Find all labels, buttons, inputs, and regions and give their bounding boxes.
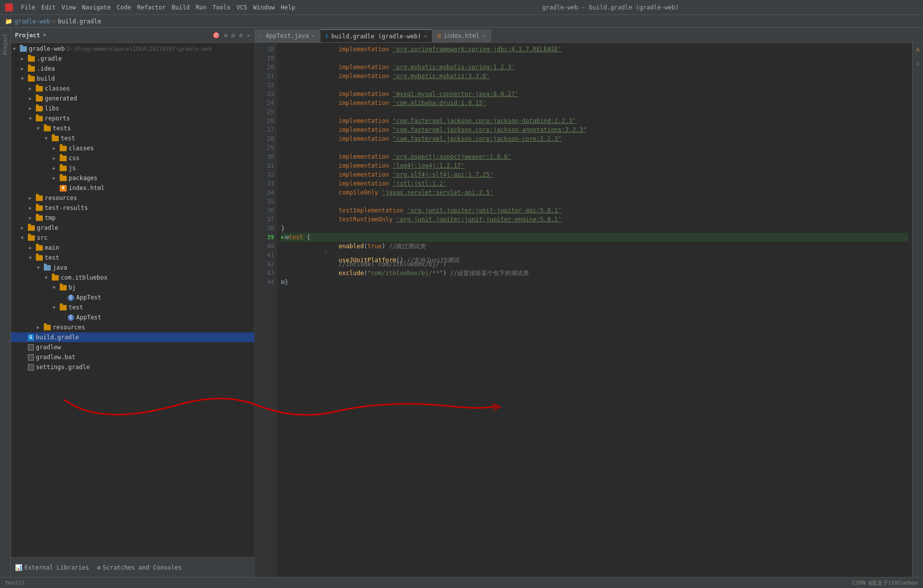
menu-code[interactable]: Code bbox=[117, 4, 131, 11]
breadcrumb-project[interactable]: gradle-web bbox=[14, 18, 50, 25]
menu-refactor[interactable]: Refactor bbox=[137, 4, 166, 11]
tab-apptest[interactable]: ☕ AppTest.java ✕ bbox=[255, 29, 320, 42]
main-area: Project Project ▼ 🎯 ≡ ⊟ ⚙ ✕ ▼ gradle-web… bbox=[0, 28, 923, 577]
tree-item-apptest-bj[interactable]: ▶ C AppTest bbox=[11, 293, 254, 302]
tree-item-test-results[interactable]: ▶ test-results bbox=[11, 203, 254, 213]
tree-item-gradlew[interactable]: ▶ gradlew bbox=[11, 342, 254, 352]
line-numbers: 18 19 20 21 22 23 24 25 26 27 28 29 30 3… bbox=[255, 43, 277, 577]
tree-item-css[interactable]: ▶ css bbox=[11, 153, 254, 163]
tree-item-js[interactable]: ▶ js bbox=[11, 163, 254, 173]
menu-edit[interactable]: Edit bbox=[41, 4, 56, 11]
status-bar: test{) CSDN @蓝盒子itbluebox bbox=[0, 577, 923, 588]
menu-run[interactable]: Run bbox=[196, 4, 206, 11]
editor-content: 18 19 20 21 22 23 24 25 26 27 28 29 30 3… bbox=[255, 43, 923, 577]
tree-item-generated[interactable]: ▶ generated bbox=[11, 94, 254, 103]
tree-item-apptest-test[interactable]: ▶ C AppTest bbox=[11, 312, 254, 322]
tree-item-dotidea[interactable]: ▶ .idea bbox=[11, 64, 254, 74]
tree-item-index-html[interactable]: ▶ H index.html bbox=[11, 183, 254, 193]
tab-apptest-close[interactable]: ✕ bbox=[312, 33, 315, 39]
tree-item-gradlew-bat[interactable]: ▶ gradlew.bat bbox=[11, 352, 254, 362]
tree-item-test-reports[interactable]: ▼ test bbox=[11, 133, 254, 143]
tab-build-gradle-close[interactable]: ✕ bbox=[424, 33, 427, 39]
tree-item-packages[interactable]: ▶ packages bbox=[11, 173, 254, 183]
right-gutter: ⚠ ↕ bbox=[912, 43, 923, 577]
tree-item-gradle-web[interactable]: ▼ gradle-web D:\ProgramWorkSpace\IDEA\20… bbox=[11, 44, 254, 54]
external-libraries-label: External Libraries bbox=[24, 564, 89, 571]
tree-item-main[interactable]: ▶ main bbox=[11, 243, 254, 253]
tree-item-tests[interactable]: ▼ tests bbox=[11, 123, 254, 133]
tree-item-resources-build[interactable]: ▶ resources bbox=[11, 193, 254, 203]
collapse-icon[interactable]: ≡ bbox=[224, 32, 227, 39]
panel-bottom: 📊 External Libraries ⚙ Scratches and Con… bbox=[11, 557, 254, 577]
tree-item-com-itbluebox[interactable]: ▼ com.itbluebox bbox=[11, 273, 254, 283]
breadcrumb-icon: 📁 bbox=[5, 18, 12, 25]
code-line-43: exclude("com/itbluebox/bj/**") //设置排除某个包… bbox=[281, 269, 908, 278]
menu-view[interactable]: View bbox=[62, 4, 76, 11]
tree-item-build-gradle[interactable]: ▶ G build.gradle bbox=[11, 332, 254, 342]
scratches-consoles-item[interactable]: ⚙ Scratches and Consoles bbox=[97, 564, 182, 571]
warning-gutter-icon: ⚠ bbox=[916, 45, 920, 53]
menu-tools[interactable]: Tools bbox=[212, 4, 230, 11]
project-panel: Project ▼ 🎯 ≡ ⊟ ⚙ ✕ ▼ gradle-web D:\Prog… bbox=[11, 28, 255, 577]
project-panel-label[interactable]: Project bbox=[2, 34, 8, 55]
breadcrumb-file[interactable]: build.gradle bbox=[58, 18, 101, 25]
diff-icon: ↕ bbox=[916, 61, 919, 66]
app-icon bbox=[5, 3, 13, 11]
close-panel-icon[interactable]: ✕ bbox=[247, 32, 250, 39]
gradle-tab-icon: G bbox=[325, 33, 328, 39]
code-area[interactable]: implementation 'org.springframework:spri… bbox=[277, 43, 912, 577]
code-line-24: implementation 'com.alibaba:druid:1.0.15… bbox=[281, 98, 908, 107]
tree-item-src[interactable]: ▼ src bbox=[11, 233, 254, 243]
project-header-title: Project bbox=[15, 32, 40, 39]
tree-item-java[interactable]: ▼ java bbox=[11, 263, 254, 273]
tree-item-classes1[interactable]: ▶ classes bbox=[11, 84, 254, 94]
tree-item-libs[interactable]: ▶ libs bbox=[11, 103, 254, 113]
java-tab-icon: ☕ bbox=[260, 33, 263, 39]
code-line-38: } bbox=[281, 224, 908, 233]
tab-build-gradle[interactable]: G build.gradle (gradle-web) ✕ bbox=[320, 29, 433, 42]
window-title: gradle-web - build.gradle (gradle-web) bbox=[303, 4, 918, 11]
chart-icon: 📊 bbox=[15, 564, 22, 571]
settings-icon[interactable]: ⚙ bbox=[239, 32, 243, 39]
tab-apptest-label: AppTest.java bbox=[266, 32, 309, 39]
tree-item-tmp[interactable]: ▶ tmp bbox=[11, 213, 254, 223]
tree-item-bj[interactable]: ▼ bj bbox=[11, 283, 254, 293]
editor-tabs: ☕ AppTest.java ✕ G build.gradle (gradle-… bbox=[255, 28, 923, 43]
tree-item-gradle[interactable]: ▶ gradle bbox=[11, 223, 254, 233]
code-line-37: testRuntimeOnly 'org.junit.jupiter:junit… bbox=[281, 215, 908, 224]
tree-item-settings-gradle[interactable]: ▶ settings.gradle bbox=[11, 362, 254, 372]
tree-item-test-itbluebox[interactable]: ▼ test bbox=[11, 302, 254, 312]
split-icon[interactable]: ⊟ bbox=[231, 32, 235, 39]
tree-item-test-src[interactable]: ▼ test bbox=[11, 253, 254, 263]
breadcrumb-sep: > bbox=[52, 18, 56, 25]
code-line-18: implementation 'org.springframework:spri… bbox=[281, 45, 908, 54]
menu-help[interactable]: Help bbox=[281, 4, 295, 11]
menu-build[interactable]: Build bbox=[172, 4, 190, 11]
dropdown-icon[interactable]: ▼ bbox=[43, 32, 46, 38]
menu-bar[interactable]: File Edit View Navigate Code Refactor Bu… bbox=[21, 4, 295, 11]
menu-vcs[interactable]: VCS bbox=[236, 4, 247, 11]
code-line-44: ⊟} bbox=[281, 278, 908, 287]
tree-item-resources-src[interactable]: ▶ resources bbox=[11, 322, 254, 332]
tab-build-gradle-label: build.gradle (gradle-web) bbox=[331, 33, 421, 40]
html-tab-icon: H bbox=[437, 33, 440, 39]
menu-window[interactable]: Window bbox=[253, 4, 275, 11]
menu-file[interactable]: File bbox=[21, 4, 35, 11]
status-right: CSDN @蓝盒子itbluebox bbox=[852, 579, 918, 587]
menu-navigate[interactable]: Navigate bbox=[82, 4, 111, 11]
status-left: test{) bbox=[5, 580, 25, 586]
project-tree[interactable]: ▼ gradle-web D:\ProgramWorkSpace\IDEA\20… bbox=[11, 43, 254, 557]
tree-item-classes2[interactable]: ▶ classes bbox=[11, 143, 254, 153]
external-libraries-item[interactable]: 📊 External Libraries bbox=[15, 564, 89, 571]
tab-index-html-close[interactable]: ✕ bbox=[483, 33, 486, 39]
tree-item-reports[interactable]: ▼ reports bbox=[11, 113, 254, 123]
code-line-28: implementation "com.fasterxml.jackson.co… bbox=[281, 134, 908, 143]
tree-item-dotgradle[interactable]: ▶ .gradle bbox=[11, 54, 254, 64]
left-activity-bar: Project bbox=[0, 28, 11, 577]
code-line-21: implementation 'org.mybatis:mybatis:3.3.… bbox=[281, 72, 908, 81]
code-line-34: compileOnly 'javax.servlet:servlet-api:2… bbox=[281, 188, 908, 197]
locate-icon[interactable]: 🎯 bbox=[212, 32, 220, 39]
tree-item-build[interactable]: ▼ build bbox=[11, 74, 254, 84]
tab-index-html[interactable]: H index.html ✕ bbox=[432, 29, 491, 42]
project-header: Project ▼ 🎯 ≡ ⊟ ⚙ ✕ bbox=[11, 28, 254, 43]
